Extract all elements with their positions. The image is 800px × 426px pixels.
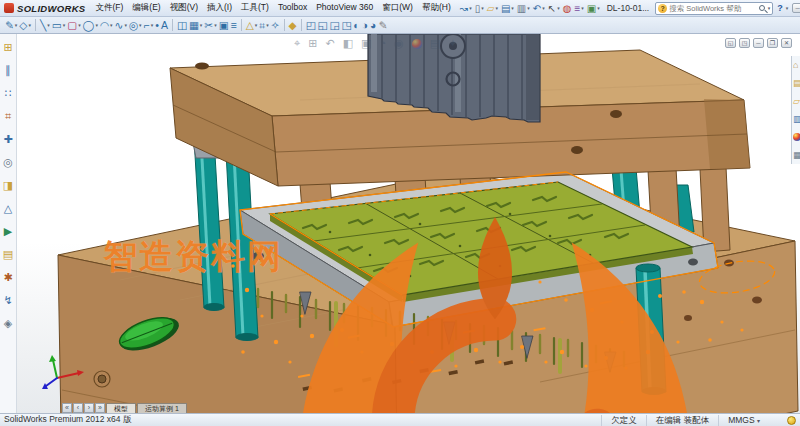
menu-photoview[interactable]: PhotoView 360 <box>316 2 373 14</box>
open-document-icon[interactable]: ▱▾ <box>486 1 499 16</box>
new-motion-study-icon[interactable]: ▶ <box>4 220 12 243</box>
offset-entities-icon[interactable]: ≡▾ <box>230 18 238 33</box>
sketch-icon[interactable]: ✎▾ <box>4 18 18 33</box>
view-palette-icon[interactable]: ▥ <box>792 110 800 128</box>
smart-dimension-icon[interactable]: ◇▾ <box>18 18 32 33</box>
smart-fasteners-icon[interactable]: ⌗ <box>5 105 11 128</box>
assembly-features-icon[interactable]: ◨ <box>3 174 13 197</box>
titlebar-minimize-icon[interactable]: ─ <box>792 3 800 13</box>
display-style-icon[interactable]: ◔▾ <box>378 36 387 51</box>
menu-insert[interactable]: 插入(I) <box>207 2 232 14</box>
docwin-close-icon[interactable]: ✕ <box>781 38 792 48</box>
file-explorer-icon[interactable]: ▱ <box>792 92 800 110</box>
units-selector[interactable]: MMGS ▾ <box>718 415 769 426</box>
tab-scroll-last[interactable]: » <box>95 403 105 413</box>
rectangle-icon[interactable]: ▭▾ <box>51 18 66 33</box>
linear-sketch-pattern-icon[interactable]: ▦▾ <box>188 18 203 33</box>
tab-scroll-next[interactable]: › <box>84 403 94 413</box>
menu-edit[interactable]: 编辑(E) <box>132 2 160 14</box>
bill-of-materials-icon[interactable]: ▤ <box>3 243 13 266</box>
print-icon[interactable]: ▥▾ <box>516 1 531 16</box>
spline-icon[interactable]: ∿▾ <box>114 18 128 33</box>
hide-show-display-icon[interactable]: ◰▾ <box>305 18 317 33</box>
simulation-icon[interactable]: ◈ <box>4 312 12 335</box>
wireframe-view-icon[interactable]: ◑▾ <box>361 18 369 33</box>
quick-snaps-icon[interactable]: ⌗▾ <box>258 18 269 33</box>
slot-icon[interactable]: ▢▾ <box>66 18 81 33</box>
help-caret-icon[interactable]: ▾ <box>786 5 789 11</box>
docwin-box2-icon[interactable]: ◳ <box>739 38 750 48</box>
insert-components-icon[interactable]: ⊞ <box>3 36 12 59</box>
hide-show-items-icon[interactable]: ◉▾ <box>393 36 405 51</box>
rapid-sketch-icon[interactable]: ✧▾ <box>270 18 281 33</box>
menu-view[interactable]: 视图(V) <box>170 2 198 14</box>
menu-toolbox[interactable]: Toolbox <box>278 2 307 14</box>
reference-geometry-icon[interactable]: △ <box>4 197 12 220</box>
zoom-area-icon[interactable]: ⊞▾ <box>307 36 318 51</box>
tab-scroll-prev[interactable]: ‹ <box>73 403 83 413</box>
explode-line-sketch-icon[interactable]: ↯ <box>3 289 12 312</box>
assembly-transparency-icon[interactable]: ◳▾ <box>340 18 352 33</box>
new-document-icon[interactable]: ▯▾ <box>474 1 485 16</box>
arc-icon[interactable]: ◠▾ <box>99 18 114 33</box>
mirror-entities-icon[interactable]: ◫▾ <box>176 18 188 33</box>
menu-window-label: 窗口(W) <box>382 2 413 12</box>
tab-scroll-first[interactable]: « <box>62 403 72 413</box>
instant3d-icon[interactable]: ◆▾ <box>288 18 298 33</box>
show-hidden-components-icon[interactable]: ◎ <box>3 151 13 174</box>
fillet-icon[interactable]: ⌐▾ <box>143 18 155 33</box>
line-icon[interactable]: ╲▾ <box>39 18 51 33</box>
display-state-icon[interactable]: ◲▾ <box>329 18 341 33</box>
design-library-icon[interactable]: ▤ <box>792 74 800 92</box>
quick-tips-icon[interactable] <box>787 416 796 425</box>
isolate-view-icon[interactable]: ◱▾ <box>317 18 329 33</box>
circle-icon[interactable]: ◯▾ <box>82 18 99 33</box>
sketch-quick-icon[interactable]: ↝▾ <box>459 1 473 16</box>
edit-appearance-icon[interactable]: ▾ <box>411 36 423 51</box>
menu-help[interactable]: 帮助(H) <box>422 2 451 14</box>
appearances-icon[interactable] <box>792 128 800 146</box>
docwin-box1-icon[interactable]: ◱ <box>725 38 736 48</box>
docwin-restore-icon[interactable]: ❐ <box>767 38 778 48</box>
text-icon[interactable]: A▾ <box>160 18 169 33</box>
docwin-minimize-icon[interactable]: ─ <box>753 38 764 48</box>
move-component-icon[interactable]: ✚ <box>3 128 12 151</box>
graphics-area[interactable]: ⌖▾⊞▾↶▾◧▾▣▾◔▾◉▾▾▤▾✦▾ ◱◳─❐✕ ⌂▤▱▥▦ 智造资料网 «‹… <box>0 34 800 413</box>
task-pane-strip: ⌂▤▱▥▦ <box>791 56 800 164</box>
shaded-view-icon[interactable]: ◐▾ <box>352 18 360 33</box>
task-resources-icon[interactable]: ⌂ <box>792 56 799 74</box>
perspective-view-icon[interactable]: ◕▾ <box>369 18 377 33</box>
tab-model[interactable]: 模型 <box>106 403 136 413</box>
annotation-pencil-icon[interactable]: ✎▾ <box>377 18 388 33</box>
scene-quick-icon[interactable]: ▣▾ <box>586 1 601 16</box>
linear-component-pattern-icon[interactable]: ∷ <box>5 82 12 105</box>
rebuild-traffic-light-icon[interactable]: ◍▾ <box>562 1 573 16</box>
mate-icon[interactable]: ∥ <box>5 59 11 82</box>
line-icon-caret-icon: ▾ <box>47 22 50 28</box>
apply-scene-icon[interactable]: ▤▾ <box>429 36 441 51</box>
model-3d-assembly[interactable] <box>0 34 800 413</box>
menu-window[interactable]: 窗口(W) <box>382 2 413 14</box>
undo-icon[interactable]: ↶▾ <box>532 1 546 16</box>
menu-tools[interactable]: 工具(T) <box>241 2 269 14</box>
view-settings-icon[interactable]: ✦▾ <box>447 36 458 51</box>
tab-motion-study[interactable]: 运动算例 1 <box>137 403 187 413</box>
search-scope-caret-icon[interactable]: ▾ <box>768 5 771 11</box>
save-icon[interactable]: ▤▾ <box>500 1 515 16</box>
select-icon[interactable]: ↖▾ <box>547 1 561 16</box>
menu-file[interactable]: 文件(F) <box>95 2 123 14</box>
ellipse-icon[interactable]: ◎▾ <box>128 18 143 33</box>
section-view-icon[interactable]: ◧▾ <box>342 36 354 51</box>
help-button[interactable]: ? <box>777 3 783 13</box>
custom-properties-icon[interactable]: ▦ <box>792 146 800 164</box>
search-magnifier-icon[interactable] <box>759 5 765 11</box>
options-icon[interactable]: ≡▾ <box>573 1 584 16</box>
display-relations-icon[interactable]: △▾ <box>245 18 259 33</box>
trim-entities-icon[interactable]: ✂▾ <box>203 18 217 33</box>
convert-entities-icon[interactable]: ▣▾ <box>218 18 230 33</box>
search-input[interactable] <box>669 4 758 13</box>
zoom-fit-icon[interactable]: ⌖▾ <box>293 36 301 51</box>
previous-view-icon[interactable]: ↶▾ <box>324 36 335 51</box>
exploded-view-icon[interactable]: ✱ <box>3 266 12 289</box>
view-orientation-icon[interactable]: ▣▾ <box>360 36 372 51</box>
